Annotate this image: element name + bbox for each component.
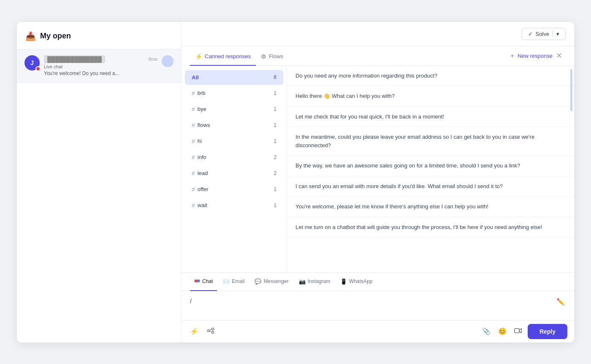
filter-left-all: All	[192, 74, 199, 81]
channel-tab-chat[interactable]: Chat	[190, 273, 217, 291]
filter-label: info	[198, 154, 206, 160]
filter-item-brb[interactable]: # brb 1	[185, 86, 283, 101]
filter-item-offer[interactable]: # offer 1	[185, 182, 283, 197]
solve-label: Solve	[535, 31, 549, 37]
sidebar-title: My open	[40, 32, 71, 40]
channel-tab-messenger[interactable]: 💬 Messenger	[250, 273, 293, 291]
scrollbar-thumb	[570, 69, 572, 111]
filter-label: wait	[198, 202, 207, 208]
hash-icon: #	[192, 122, 195, 129]
channel-tab-chat-label: Chat	[202, 278, 213, 284]
attach-icon[interactable]: 📎	[480, 326, 492, 337]
main-panel: ✓ Solve ▾ ⚡ Canned responses ⚙ Flows ＋	[182, 22, 574, 342]
filter-label: flows	[198, 122, 210, 128]
tab-flows-label: Flows	[269, 53, 283, 59]
response-item-7[interactable]: You're welcome, please let me know if th…	[287, 197, 574, 217]
conv-channel: Live chat	[44, 64, 157, 69]
video-icon[interactable]	[512, 325, 523, 338]
tab-flows[interactable]: ⚙ Flows	[256, 46, 288, 66]
response-item-4[interactable]: In the meantime, could you please leave …	[287, 127, 574, 156]
filter-label: hi	[198, 138, 202, 144]
solve-check-icon: ✓	[528, 31, 533, 37]
channel-tabs-bar: Chat ✉️ Email 💬 Messenger 📷 Instagram 📱 …	[182, 272, 574, 291]
filter-item-info[interactable]: # info 2	[185, 150, 283, 165]
filter-item-lead[interactable]: # lead 2	[185, 166, 283, 181]
message-input[interactable]: /	[190, 297, 556, 315]
avatar-wrap: J	[24, 55, 40, 70]
svg-line-6	[210, 331, 212, 332]
toolbar-right: 📎 😊 Reply	[480, 324, 567, 339]
filter-item-all[interactable]: All 8	[185, 70, 283, 85]
response-item-6[interactable]: I can send you an email with more detail…	[287, 176, 574, 197]
filter-count: 1	[274, 122, 277, 128]
conv-info: ██████████████ 9mo Live chat You're welc…	[44, 55, 157, 76]
hash-icon: #	[192, 90, 195, 97]
message-input-area[interactable]: / ✏️	[182, 291, 574, 321]
response-item-2[interactable]: Hello there 👋 What can I help you with?	[287, 86, 574, 107]
canned-filter-list: All 8 # brb 1 #	[182, 66, 287, 272]
instagram-icon: 📷	[299, 278, 306, 285]
tab-canned-label: Canned responses	[205, 53, 251, 59]
filter-item-flows[interactable]: # flows 1	[185, 118, 283, 133]
toolbar-left: ⚡	[188, 325, 475, 338]
channel-tab-email[interactable]: ✉️ Email	[219, 273, 249, 291]
sidebar-header: 📥 My open	[17, 22, 181, 49]
solve-dropdown-icon[interactable]: ▾	[553, 31, 559, 37]
filter-count-all: 8	[274, 74, 277, 80]
new-response-button[interactable]: ＋ New response	[510, 49, 553, 63]
lightning-toolbar-icon[interactable]: ⚡	[188, 326, 200, 337]
reply-button[interactable]: Reply	[528, 324, 567, 339]
channel-tab-instagram-label: Instagram	[308, 278, 330, 284]
channel-tab-email-label: Email	[232, 278, 244, 284]
conv-assignee-avatar	[162, 55, 174, 67]
conversation-item[interactable]: J ██████████████ 9mo Live chat You're we…	[17, 49, 181, 83]
response-item-1[interactable]: Do you need any more information regardi…	[287, 66, 574, 86]
tab-canned-responses[interactable]: ⚡ Canned responses	[190, 46, 256, 66]
svg-point-2	[208, 329, 210, 332]
filter-item-hi[interactable]: # hi 1	[185, 134, 283, 149]
conv-top: ██████████████ 9mo	[44, 55, 157, 63]
filter-count: 1	[274, 138, 277, 144]
response-item-3[interactable]: Let me check that for you real quick, I'…	[287, 107, 574, 127]
channel-tab-whatsapp[interactable]: 📱 WhatsApp	[336, 273, 377, 291]
filter-count: 1	[274, 106, 277, 112]
new-response-label: New response	[518, 53, 553, 59]
response-item-8[interactable]: Let me turn on a chatbot that will guide…	[287, 217, 574, 238]
message-toolbar: ⚡ 📎 😊	[182, 321, 574, 342]
canned-body: All 8 # brb 1 #	[182, 66, 574, 272]
channel-tab-messenger-label: Messenger	[263, 278, 288, 284]
channel-tab-instagram[interactable]: 📷 Instagram	[295, 273, 334, 291]
solve-button[interactable]: ✓ Solve ▾	[522, 28, 566, 40]
email-icon: ✉️	[223, 278, 230, 285]
filter-count: 1	[274, 186, 277, 192]
filter-count: 2	[274, 170, 277, 176]
emoji-icon[interactable]: 😊	[496, 326, 508, 337]
svg-line-5	[210, 329, 212, 330]
svg-point-0	[195, 279, 198, 282]
top-bar: ✓ Solve ▾	[182, 22, 574, 46]
filter-label: offer	[198, 186, 209, 192]
plus-icon: ＋	[510, 52, 515, 59]
filter-count: 1	[274, 90, 277, 96]
flows-tab-icon: ⚙	[261, 53, 266, 60]
sidebar: 📥 My open J ██████████████ 9mo Live chat…	[17, 22, 182, 342]
hash-icon: #	[192, 106, 195, 113]
conv-preview: You're welcome! Do you need a...	[44, 70, 157, 76]
app-container: 📥 My open J ██████████████ 9mo Live chat…	[17, 22, 574, 342]
close-canned-button[interactable]: ✕	[553, 49, 566, 62]
response-item-5[interactable]: By the way, we have an awesome sales goi…	[287, 156, 574, 176]
edit-icon[interactable]: ✏️	[556, 297, 566, 307]
filter-label: bye	[198, 106, 206, 112]
hash-icon: #	[192, 138, 195, 145]
canned-response-list: Do you need any more information regardi…	[287, 66, 574, 272]
whatsapp-icon: 📱	[340, 278, 347, 285]
filter-item-bye[interactable]: # bye 1	[185, 102, 283, 117]
avatar-badge	[35, 66, 41, 71]
flow-toolbar-icon[interactable]	[205, 325, 216, 338]
hash-icon: #	[192, 170, 195, 177]
hash-icon: #	[192, 202, 195, 209]
filter-item-wait[interactable]: # wait 1	[185, 198, 283, 213]
lightning-tab-icon: ⚡	[195, 53, 202, 60]
filter-label-all: All	[192, 74, 199, 81]
canned-tabs-bar: ⚡ Canned responses ⚙ Flows ＋ New respons…	[182, 46, 574, 66]
